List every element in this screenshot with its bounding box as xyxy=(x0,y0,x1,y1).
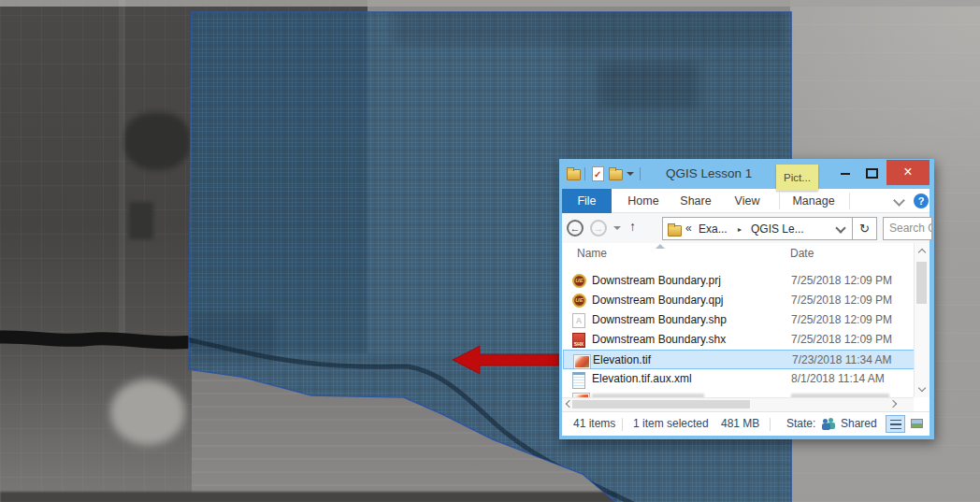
items-count: 41 items xyxy=(573,412,615,436)
qat-new-folder-icon[interactable] xyxy=(609,169,623,180)
tab-home[interactable]: Home xyxy=(620,189,667,213)
qat-separator xyxy=(640,167,641,180)
state-value: Shared xyxy=(841,412,877,436)
file-date: 7/25/2018 12:09 PM xyxy=(791,291,892,310)
recent-locations-icon[interactable] xyxy=(613,226,621,230)
minimize-button[interactable] xyxy=(841,173,850,175)
file-date: 7/25/2018 12:09 PM xyxy=(791,330,892,350)
file-row[interactable]: A Downstream Boundary.shp 7/25/2018 12:0… xyxy=(563,310,915,330)
sort-ascending-icon[interactable] xyxy=(656,244,665,249)
close-button[interactable]: × xyxy=(886,160,930,185)
horizontal-scroll-thumb[interactable] xyxy=(572,400,750,409)
address-bar-row: ← → ↑ « Exa... ▸ QGIS Le... ↻ Search Q xyxy=(562,213,930,243)
tab-separator xyxy=(849,193,850,209)
file-date: 8/1/2018 11:14 AM xyxy=(791,369,885,389)
collapsed-crumbs-icon[interactable]: « xyxy=(685,222,692,235)
file-row-selected[interactable]: Elevation.tif 7/23/2018 11:34 AM xyxy=(563,350,915,369)
state-label: State: xyxy=(786,412,815,436)
pictures-tooltip: Pict... xyxy=(776,165,818,191)
file-row-partial[interactable] xyxy=(563,389,915,397)
screenshot-stage: ✓ QGIS Lesson 1 × Pict... File Home Shar… xyxy=(0,0,980,502)
file-row[interactable]: UE Downstream Boundary.qpj 7/25/2018 12:… xyxy=(563,291,915,310)
vertical-scroll-thumb[interactable] xyxy=(916,262,927,304)
file-explorer-window: ✓ QGIS Lesson 1 × Pict... File Home Shar… xyxy=(559,159,934,439)
file-name: Elevation.tif xyxy=(593,351,651,370)
breadcrumb-current[interactable]: QGIS Le... xyxy=(751,222,804,236)
file-date: 7/23/2018 11:34 AM xyxy=(792,351,892,370)
status-bar: 41 items 1 item selected 481 MB State: S… xyxy=(562,411,930,436)
status-separator xyxy=(770,418,771,431)
tab-separator xyxy=(779,193,780,209)
thumbnail-view-button[interactable] xyxy=(908,415,928,433)
file-row[interactable]: UE Downstream Boundary.prj 7/25/2018 12:… xyxy=(563,271,915,291)
address-folder-icon xyxy=(668,225,682,237)
qat-folder-icon[interactable] xyxy=(567,169,581,180)
file-name: Downstream Boundary.prj xyxy=(592,271,721,291)
column-header-date[interactable]: Date xyxy=(790,247,814,260)
qat-dropdown-icon[interactable] xyxy=(627,172,634,176)
qat-properties-icon[interactable]: ✓ xyxy=(592,166,604,181)
file-name: Elevation.tif.aux.xml xyxy=(592,369,692,389)
search-input[interactable]: Search Q xyxy=(883,217,932,240)
shared-people-icon xyxy=(822,418,837,430)
tab-manage[interactable]: Manage xyxy=(786,189,841,213)
prj-file-icon: UE xyxy=(572,274,586,288)
file-date: 7/25/2018 12:09 PM xyxy=(791,310,892,330)
window-title: QGIS Lesson 1 xyxy=(666,159,752,189)
status-separator xyxy=(622,418,623,431)
tab-share[interactable]: Share xyxy=(672,189,719,213)
details-view-button[interactable] xyxy=(886,415,905,433)
file-date: 7/25/2018 12:09 PM xyxy=(791,271,892,291)
xml-file-icon xyxy=(572,372,585,389)
title-bar[interactable]: ✓ QGIS Lesson 1 × xyxy=(559,159,934,189)
file-list: Name Date UE Downstream Boundary.prj 7/2… xyxy=(562,243,930,397)
up-icon[interactable]: ↑ xyxy=(629,219,636,234)
ribbon-tab-row: File Home Share View Manage ? xyxy=(562,189,930,213)
file-name: Downstream Boundary.shp xyxy=(592,310,727,330)
help-icon[interactable]: ? xyxy=(914,194,929,208)
qpj-file-icon: UE xyxy=(572,294,586,308)
tif-file-icon xyxy=(573,354,591,369)
breadcrumb-parent[interactable]: Exa... xyxy=(699,222,728,236)
forward-icon[interactable]: → xyxy=(590,220,607,237)
file-row[interactable]: SHX Downstream Boundary.shx 7/25/2018 12… xyxy=(563,330,915,350)
address-dropdown-icon[interactable] xyxy=(835,222,845,233)
file-row[interactable]: Elevation.tif.aux.xml 8/1/2018 11:14 AM xyxy=(563,369,915,389)
qat-separator xyxy=(584,167,585,180)
file-name: Downstream Boundary.shx xyxy=(592,330,726,350)
maximize-button[interactable] xyxy=(866,168,878,179)
ribbon-collapse-icon[interactable] xyxy=(893,194,905,207)
selection-count: 1 item selected xyxy=(633,412,709,436)
tab-file[interactable]: File xyxy=(562,189,612,213)
file-name: Downstream Boundary.qpj xyxy=(592,291,724,310)
address-box[interactable]: « Exa... ▸ QGIS Le... xyxy=(662,217,853,240)
tab-view[interactable]: View xyxy=(726,189,769,213)
shp-file-icon: A xyxy=(572,313,585,328)
column-header-name[interactable]: Name xyxy=(577,247,607,260)
selection-size: 481 MB xyxy=(721,412,759,436)
shx-file-icon: SHX xyxy=(572,333,585,348)
breadcrumb-separator-icon: ▸ xyxy=(738,225,742,234)
back-icon[interactable]: ← xyxy=(567,220,584,237)
refresh-button[interactable]: ↻ xyxy=(852,217,877,240)
scrollbar-corner xyxy=(914,397,930,411)
